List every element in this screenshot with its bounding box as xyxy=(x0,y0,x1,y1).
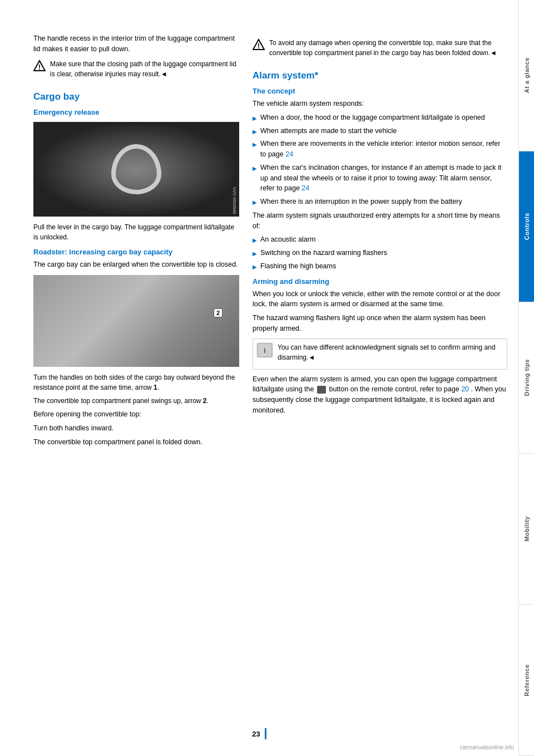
sidebar-label-controls: Controls xyxy=(523,213,530,240)
bullet-arrow-icon: ▶ xyxy=(253,127,257,136)
warning-box-1: ! Make sure that the closing path of the… xyxy=(33,59,239,82)
arrow1-badge: 2 xyxy=(214,308,222,317)
handle-shape-icon xyxy=(111,144,161,194)
cargo-bay-title: Cargo bay xyxy=(33,91,239,102)
bullet-arrow-icon: ▶ xyxy=(253,198,257,207)
emergency-release-caption: Pull the lever in the cargo bay. The lug… xyxy=(33,222,239,242)
bottom-logo: carmanualsonline.info xyxy=(460,744,514,750)
sidebar-label-mobility: Mobility xyxy=(523,516,530,542)
signal-item: ▶ Switching on the hazard warning flashe… xyxy=(253,248,507,258)
roadster-cargo-image: 2 xyxy=(33,275,239,367)
page-container: The handle recess in the interior trim o… xyxy=(0,0,534,756)
bullet-item: ▶ When attempts are made to start the ve… xyxy=(253,126,507,136)
info-note-icon: i xyxy=(256,342,273,358)
concept-subtitle: The concept xyxy=(253,87,507,95)
alarm-system-title: Alarm system* xyxy=(253,70,507,81)
top-warning-text: To avoid any damage when opening the con… xyxy=(269,38,507,58)
svg-text:!: ! xyxy=(38,63,41,71)
remote-button-icon xyxy=(317,386,326,394)
arming-subtitle: Arming and disarming xyxy=(253,277,507,286)
top-warning-box: ! To avoid any damage when opening the c… xyxy=(253,38,507,61)
warning-triangle-icon: ! xyxy=(33,60,46,72)
signal-item: ▶ An acoustic alarm xyxy=(253,234,507,245)
page-bar-indicator xyxy=(265,728,266,739)
concept-bullets: ▶ When a door, the hood or the luggage c… xyxy=(253,112,507,207)
roadster-text1: The cargo bay can be enlarged when the c… xyxy=(33,259,239,270)
page-ref-24a: 24 xyxy=(285,150,293,158)
page-ref-20: 20 xyxy=(461,385,469,393)
bullet-item: ▶ When there is an interruption in the p… xyxy=(253,197,507,207)
bullet-arrow-icon: ▶ xyxy=(253,263,257,271)
concept-intro: The vehicle alarm system responds: xyxy=(253,99,507,109)
bullet-arrow-icon: ▶ xyxy=(253,140,257,149)
arming-text1: When you lock or unlock the vehicle, eit… xyxy=(253,289,507,310)
sidebar: At a glance Controls Driving tips Mobili… xyxy=(518,0,534,756)
emergency-release-image: VVC-NN3946 xyxy=(33,122,239,217)
svg-text:!: ! xyxy=(258,42,260,50)
bullet-arrow-icon: ▶ xyxy=(253,249,257,258)
intro-text: The handle recess in the interior trim o… xyxy=(33,33,239,55)
warning-text-1: Make sure that the closing path of the l… xyxy=(50,59,239,79)
page-number: 23 xyxy=(252,730,260,738)
acknowledgment-text: You can have different acknowledgment si… xyxy=(278,342,503,362)
sidebar-label-reference: Reference xyxy=(523,664,530,696)
main-content: The handle recess in the interior trim o… xyxy=(0,0,518,756)
roadster-caption6: The convertible top compartment panel is… xyxy=(33,437,239,448)
signals-intro: The alarm system signals unauthorized en… xyxy=(253,210,507,232)
roadster-caption3: The convertible top compartment panel sw… xyxy=(33,396,239,406)
acknowledgment-note: i You can have different acknowledgment … xyxy=(253,338,507,370)
arming-text3: Even when the alarm system is armed, you… xyxy=(253,374,507,416)
sidebar-section-at-a-glance[interactable]: At a glance xyxy=(519,0,534,151)
left-column: The handle recess in the interior trim o… xyxy=(33,33,239,734)
watermark: VVC-NN3946 xyxy=(232,187,237,214)
warning-triangle-icon-2: ! xyxy=(253,38,265,51)
roadster-caption5: Turn both handles inward. xyxy=(33,423,239,434)
svg-text:i: i xyxy=(264,346,266,355)
sidebar-label-at-a-glance: At a glance xyxy=(523,57,530,93)
sidebar-section-controls[interactable]: Controls xyxy=(519,151,534,303)
bullet-item: ▶ When there are movements in the vehicl… xyxy=(253,139,507,160)
arming-text2: The hazard warning flashers light up onc… xyxy=(253,313,507,334)
bullet-arrow-icon: ▶ xyxy=(253,236,257,244)
page-number-bar: 23 xyxy=(0,728,518,739)
bullet-arrow-icon: ▶ xyxy=(253,164,257,173)
sidebar-section-reference[interactable]: Reference xyxy=(519,605,534,756)
signal-item: ▶ Flashing the high beams xyxy=(253,261,507,272)
bullet-item: ▶ When a door, the hood or the luggage c… xyxy=(253,112,507,123)
right-column: ! To avoid any damage when opening the c… xyxy=(253,33,507,734)
sidebar-section-driving-tips[interactable]: Driving tips xyxy=(519,302,534,454)
page-ref-24b: 24 xyxy=(301,184,309,192)
bullet-arrow-icon: ▶ xyxy=(253,114,257,122)
signals-list: ▶ An acoustic alarm ▶ Switching on the h… xyxy=(253,234,507,271)
bullet-item: ▶ When the car's inclination changes, fo… xyxy=(253,163,507,194)
sidebar-section-mobility[interactable]: Mobility xyxy=(519,454,534,605)
sidebar-label-driving-tips: Driving tips xyxy=(523,359,530,396)
emergency-release-subtitle: Emergency release xyxy=(33,108,239,116)
roadster-caption4: Before opening the convertible top: xyxy=(33,409,239,420)
roadster-caption2: Turn the handles on both sides of the ca… xyxy=(33,372,239,392)
roadster-subtitle: Roadster: increasing cargo bay capacity xyxy=(33,248,239,256)
